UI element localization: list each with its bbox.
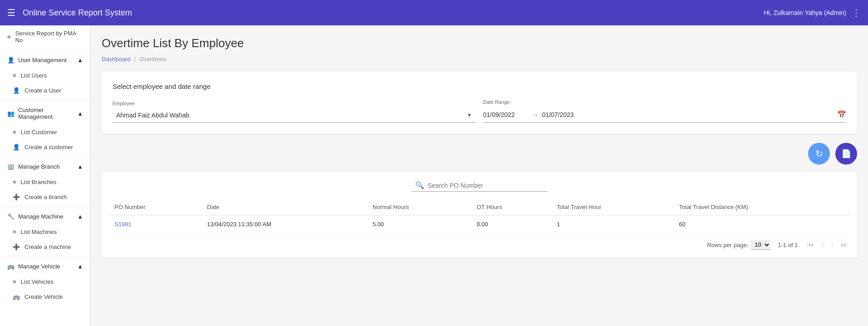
rows-per-page-select[interactable]: 5 10 25 50 <box>751 240 770 250</box>
rows-per-page-label: Rows per page: <box>707 242 748 248</box>
sidebar-item-create-vehicle[interactable]: 🚌 Create Vehicle <box>0 289 90 304</box>
topbar-right: Hi, Zulkarnain Yahya (Admin) ⋮ <box>764 7 861 18</box>
list-customer-label: List Customer <box>21 129 57 136</box>
employee-select[interactable]: Ahmad Faiz Abdul Wahab <box>113 108 476 123</box>
manage-machine-icon: 🔧 <box>7 213 15 220</box>
list-icon: ≡ <box>13 229 16 235</box>
sidebar-item-create-branch[interactable]: ➕ Create a branch <box>0 190 90 204</box>
page-info: 1-1 of 1 <box>778 242 798 248</box>
list-machines-label: List Machines <box>21 229 57 235</box>
layout: ≡ Service Report by PMA No 👤 User Manage… <box>0 25 868 326</box>
sidebar-section-user-management[interactable]: 👤 User Management ▲ <box>0 52 90 68</box>
col-ot-hours: OT Hours <box>471 199 551 215</box>
employee-select-wrapper: Ahmad Faiz Abdul Wahab ▼ <box>113 108 476 123</box>
user-management-icon: 👤 <box>7 57 15 63</box>
export-button[interactable]: 📄 <box>835 143 857 165</box>
customer-management-icon: 👥 <box>7 110 15 117</box>
sidebar-service-report-label: Service Report by PMA No <box>15 30 83 44</box>
search-input[interactable] <box>428 182 544 189</box>
action-buttons: ↻ 📄 <box>102 143 857 165</box>
sidebar-item-list-customer[interactable]: ≡ List Customer <box>0 125 90 140</box>
create-user-icon: 👤 <box>13 87 20 94</box>
page-title: Overtime List By Employee <box>102 36 857 50</box>
col-date: Date <box>201 199 367 215</box>
sidebar-item-create-user[interactable]: 👤 Create a User <box>0 83 90 98</box>
sidebar-item-create-customer[interactable]: 👤 Create a customer <box>0 140 90 155</box>
cell-po-number[interactable]: S1981 <box>109 215 201 234</box>
pagination: Rows per page: 5 10 25 50 1-1 of 1 ⏮ ‹ ›… <box>109 239 850 251</box>
create-branch-label: Create a branch <box>25 194 67 200</box>
rows-per-page: Rows per page: 5 10 25 50 <box>707 240 770 250</box>
date-range-field: Date Range → 📅 <box>483 99 847 123</box>
sidebar-item-list-users[interactable]: ≡ List Users <box>0 68 90 83</box>
sidebar-item-list-machines[interactable]: ≡ List Machines <box>0 224 90 239</box>
list-icon: ≡ <box>13 278 16 285</box>
col-normal-hours: Normal Hours <box>367 199 471 215</box>
breadcrumb: Dashboard / Overtimes <box>102 56 857 63</box>
sidebar-section-manage-branch[interactable]: 🏢 Manage Branch ▲ <box>0 159 90 175</box>
table-row: S1981 13/04/2023 11:35:00 AM 5.00 0.00 1… <box>109 215 850 234</box>
more-options-icon[interactable]: ⋮ <box>852 7 861 18</box>
filter-title: Select employee and date range <box>113 83 846 90</box>
chevron-up-icon-machine: ▲ <box>77 213 83 220</box>
app-title: Online Service Report System <box>23 8 132 18</box>
create-customer-label: Create a customer <box>25 144 73 151</box>
cell-ot-hours: 0.00 <box>471 215 551 234</box>
list-icon: ≡ <box>7 34 11 40</box>
chevron-up-icon-customer: ▲ <box>77 110 83 117</box>
sidebar-section-customer-management[interactable]: 👥 Customer Management ▲ <box>0 102 90 125</box>
refresh-button[interactable]: ↻ <box>808 143 830 165</box>
calendar-icon[interactable]: 📅 <box>837 110 846 119</box>
list-icon: ≡ <box>13 72 16 79</box>
list-users-label: List Users <box>21 72 47 79</box>
breadcrumb-current: Overtimes <box>139 56 166 63</box>
breadcrumb-dashboard[interactable]: Dashboard <box>102 56 131 63</box>
date-range-arrow: → <box>532 111 539 118</box>
main-content: Overtime List By Employee Dashboard / Ov… <box>91 25 868 326</box>
col-po-number: PO Number <box>109 199 201 215</box>
refresh-icon: ↻ <box>815 148 823 159</box>
date-range-wrapper: → 📅 <box>483 107 847 123</box>
search-icon: 🔍 <box>415 181 424 190</box>
col-total-travel-distance: Total Travel Distance (KM) <box>673 199 850 215</box>
cell-normal-hours: 5.00 <box>367 215 471 234</box>
sidebar-section-manage-vehicle[interactable]: 🚌 Manage Vehicle ▲ <box>0 258 90 274</box>
first-page-button[interactable]: ⏮ <box>805 239 816 251</box>
search-input-wrapper: 🔍 <box>412 179 548 192</box>
chevron-up-icon: ▲ <box>77 57 83 63</box>
export-icon: 📄 <box>841 149 851 159</box>
sidebar-item-create-machine[interactable]: ➕ Create a machine <box>0 239 90 254</box>
col-total-travel-hour: Total Travel Hour <box>551 199 673 215</box>
date-from-input[interactable] <box>483 111 529 118</box>
create-customer-icon: 👤 <box>13 144 20 151</box>
sidebar-section-manage-machine[interactable]: 🔧 Manage Machine ▲ <box>0 209 90 224</box>
topbar-left: ☰ Online Service Report System <box>7 7 132 18</box>
sidebar-item-service-report[interactable]: ≡ Service Report by PMA No <box>0 25 90 48</box>
create-branch-icon: ➕ <box>13 194 20 200</box>
user-greeting: Hi, Zulkarnain Yahya (Admin) <box>764 9 846 16</box>
manage-branch-label: Manage Branch <box>18 163 60 170</box>
create-vehicle-icon: 🚌 <box>13 293 20 300</box>
breadcrumb-separator: / <box>134 56 136 63</box>
create-machine-label: Create a machine <box>25 243 71 250</box>
filter-row: Employee Ahmad Faiz Abdul Wahab ▼ Date R… <box>113 99 846 123</box>
table-header-row: PO Number Date Normal Hours OT Hours Tot… <box>109 199 850 215</box>
chevron-up-icon-branch: ▲ <box>77 163 83 170</box>
employee-field: Employee Ahmad Faiz Abdul Wahab ▼ <box>113 101 476 123</box>
next-page-button[interactable]: › <box>829 239 835 251</box>
manage-vehicle-label: Manage Vehicle <box>18 263 60 270</box>
list-branches-label: List Branches <box>21 179 57 185</box>
date-to-input[interactable] <box>542 111 588 118</box>
manage-branch-icon: 🏢 <box>7 163 15 170</box>
cell-total-travel-hour: 1 <box>551 215 673 234</box>
employee-label: Employee <box>113 101 476 106</box>
customer-management-label: Customer Management <box>18 107 77 120</box>
overtime-table: PO Number Date Normal Hours OT Hours Tot… <box>109 199 850 234</box>
topbar: ☰ Online Service Report System Hi, Zulka… <box>0 0 868 25</box>
prev-page-button[interactable]: ‹ <box>819 239 825 251</box>
cell-date: 13/04/2023 11:35:00 AM <box>201 215 367 234</box>
sidebar-item-list-branches[interactable]: ≡ List Branches <box>0 175 90 190</box>
sidebar-item-list-vehicles[interactable]: ≡ List Vehicles <box>0 274 90 289</box>
menu-icon[interactable]: ☰ <box>7 7 15 18</box>
last-page-button[interactable]: ⏭ <box>839 239 850 251</box>
